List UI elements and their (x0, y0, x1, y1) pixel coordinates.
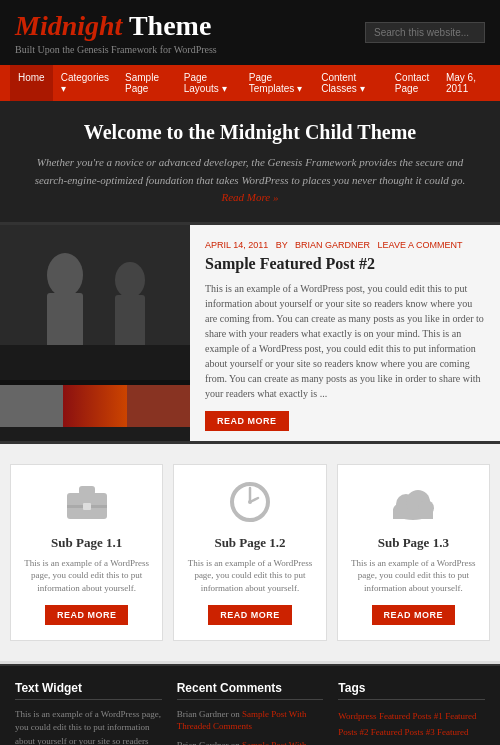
footer-widgets: Text Widget This is an example of a Word… (0, 664, 500, 745)
featured-image-area (0, 225, 190, 441)
site-header: Midnight Theme Built Upon the Genesis Fr… (0, 0, 500, 65)
hero-section: Welcome to the Midnight Child Theme Whet… (0, 101, 500, 225)
featured-post-meta: APRIL 14, 2011 By BRIAN GARDNER LEAVE A … (205, 240, 485, 250)
tag-item[interactable]: Featured Posts #3 (371, 727, 437, 737)
sub-page-1-title: Sub Page 1.1 (21, 535, 152, 551)
svg-point-14 (248, 500, 252, 504)
tag-item[interactable]: Featured Posts #1 (379, 711, 445, 721)
sub-page-2: Sub Page 1.2 This is an example of a Wor… (173, 464, 326, 641)
featured-read-more-button[interactable]: READ MORE (205, 411, 289, 431)
sub-page-1: Sub Page 1.1 This is an example of a Wor… (10, 464, 163, 641)
sub-page-3: Sub Page 1.3 This is an example of a Wor… (337, 464, 490, 641)
text-widget-content: This is an example of a WordPress page, … (15, 708, 162, 745)
text-widget: Text Widget This is an example of a Word… (15, 681, 162, 745)
featured-image-svg (0, 225, 190, 385)
comment-item: Brian Gardner on Sample Post With Thread… (177, 708, 324, 733)
thumbnail-2[interactable] (63, 385, 126, 427)
nav-items: Home Categories ▾ Sample Page Page Layou… (10, 65, 446, 101)
tags-widget-title: Tags (338, 681, 485, 700)
tag-item[interactable]: Wordpress (338, 711, 379, 721)
sub-page-3-text: This is an example of a WordPress page, … (348, 557, 479, 595)
svg-rect-10 (83, 503, 91, 510)
tags-list: Wordpress Featured Posts #1 Featured Pos… (338, 708, 485, 745)
nav-item-layouts[interactable]: Page Layouts ▾ (176, 65, 241, 101)
svg-rect-19 (393, 509, 433, 519)
sub-page-2-title: Sub Page 1.2 (184, 535, 315, 551)
thumbnail-3[interactable] (127, 385, 190, 427)
featured-thumbnails (0, 385, 190, 427)
featured-post-title[interactable]: Sample Featured Post #2 (205, 255, 485, 273)
recent-comments-widget: Recent Comments Brian Gardner on Sample … (177, 681, 324, 745)
svg-rect-5 (0, 345, 190, 385)
main-nav: Home Categories ▾ Sample Page Page Layou… (0, 65, 500, 101)
sub-page-1-button[interactable]: READ MORE (45, 605, 129, 625)
sub-page-1-text: This is an example of a WordPress page, … (21, 557, 152, 595)
site-tagline: Built Upon the Genesis Framework for Wor… (15, 44, 217, 55)
nav-item-templates[interactable]: Page Templates ▾ (241, 65, 313, 101)
featured-image (0, 225, 190, 385)
featured-meta-comments[interactable]: LEAVE A COMMENT (378, 240, 463, 250)
featured-post-content: APRIL 14, 2011 By BRIAN GARDNER LEAVE A … (190, 225, 500, 441)
svg-rect-6 (0, 380, 190, 385)
site-title-white: Theme (122, 10, 211, 41)
nav-item-content[interactable]: Content Classes ▾ (313, 65, 387, 101)
svg-rect-2 (47, 293, 83, 353)
comments-list: Brian Gardner on Sample Post With Thread… (177, 708, 324, 745)
sub-page-3-title: Sub Page 1.3 (348, 535, 479, 551)
tags-widget: Tags Wordpress Featured Posts #1 Feature… (338, 681, 485, 745)
svg-rect-8 (79, 486, 95, 495)
sub-page-2-button[interactable]: READ MORE (208, 605, 292, 625)
svg-rect-4 (115, 295, 145, 350)
recent-comments-title: Recent Comments (177, 681, 324, 700)
featured-image-placeholder (0, 225, 190, 385)
search-input[interactable] (365, 22, 485, 43)
sub-page-3-button[interactable]: READ MORE (372, 605, 456, 625)
cloud-icon (388, 480, 438, 525)
featured-meta-author[interactable]: BRIAN GARDNER (295, 240, 370, 250)
nav-date: May 6, 2011 (446, 72, 490, 94)
nav-item-home[interactable]: Home (10, 65, 53, 101)
site-title: Midnight Theme Built Upon the Genesis Fr… (15, 10, 217, 55)
hero-text: Whether you're a novice or advanced deve… (30, 154, 470, 207)
hero-title: Welcome to the Midnight Child Theme (30, 121, 470, 144)
text-widget-title: Text Widget (15, 681, 162, 700)
nav-item-categories[interactable]: Categories ▾ (53, 65, 117, 101)
hero-read-more[interactable]: Read More » (221, 191, 278, 203)
svg-point-1 (47, 253, 83, 297)
briefcase-icon (62, 480, 112, 525)
sub-page-2-text: This is an example of a WordPress page, … (184, 557, 315, 595)
thumbnail-1[interactable] (0, 385, 63, 427)
featured-section: APRIL 14, 2011 By BRIAN GARDNER LEAVE A … (0, 225, 500, 444)
svg-point-3 (115, 262, 145, 298)
comment-item: Brian Gardner on Sample Post With Thread… (177, 739, 324, 745)
nav-item-contact[interactable]: Contact Page (387, 65, 446, 101)
sub-pages-section: Sub Page 1.1 This is an example of a Wor… (0, 444, 500, 664)
featured-meta-date: APRIL 14, 2011 (205, 240, 268, 250)
clock-icon (225, 480, 275, 525)
featured-post-excerpt: This is an example of a WordPress post, … (205, 281, 485, 401)
nav-item-sample[interactable]: Sample Page (117, 65, 176, 101)
site-title-red: Midnight (15, 10, 122, 41)
